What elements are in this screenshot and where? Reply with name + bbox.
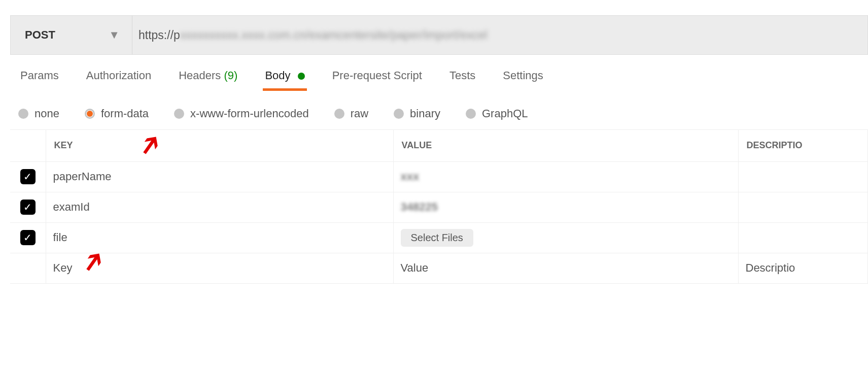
value-placeholder[interactable]: Value <box>393 253 738 283</box>
body-type-raw-label: raw <box>351 107 368 120</box>
url-blurred: xxxxxxxxxx.xxxx.com.cn/examcentersite/pa… <box>180 28 488 42</box>
table-header-checkbox <box>10 130 46 161</box>
description-cell[interactable] <box>738 192 868 222</box>
radio-icon <box>18 109 28 119</box>
body-type-none[interactable]: none <box>18 107 59 120</box>
body-type-selector: none form-data x-www-form-urlencoded raw… <box>18 107 868 120</box>
body-type-binary-label: binary <box>410 107 440 120</box>
tab-prerequest[interactable]: Pre-request Script <box>330 69 424 91</box>
table-header-value: VALUE <box>393 130 738 161</box>
value-blurred: xxx <box>401 170 420 183</box>
tab-headers[interactable]: Headers (9) <box>177 69 239 91</box>
table-row: ✓ examId 348225 <box>10 192 868 222</box>
body-type-graphql[interactable]: GraphQL <box>466 107 528 120</box>
request-bar: POST ▼ https://pxxxxxxxxxx.xxxx.com.cn/e… <box>10 15 868 55</box>
url-input[interactable]: https://pxxxxxxxxxx.xxxx.com.cn/examcent… <box>132 16 494 54</box>
value-cell[interactable]: Select Files <box>393 222 738 253</box>
tab-authorization[interactable]: Authorization <box>84 69 153 91</box>
row-checkbox[interactable]: ✓ <box>20 230 36 245</box>
description-cell[interactable] <box>738 222 868 253</box>
body-type-binary[interactable]: binary <box>394 107 440 120</box>
radio-icon <box>466 109 476 119</box>
body-active-indicator-icon <box>298 73 305 80</box>
table-row: ✓ file Select Files <box>10 222 868 253</box>
form-data-table: KEY VALUE DESCRIPTIO ✓ paperName xxx ✓ e… <box>10 130 868 284</box>
tab-headers-label: Headers <box>179 69 221 82</box>
body-type-none-label: none <box>34 107 59 120</box>
description-placeholder[interactable]: Descriptio <box>738 253 868 283</box>
tab-params[interactable]: Params <box>18 69 61 91</box>
url-prefix: https://p <box>138 28 180 42</box>
radio-icon <box>394 109 404 119</box>
value-cell[interactable]: xxx <box>393 161 738 192</box>
value-blurred: 348225 <box>401 201 438 213</box>
body-type-form-data-label: form-data <box>101 107 149 120</box>
table-row-empty: Key Value Descriptio <box>10 253 868 283</box>
table-header-key: KEY <box>46 130 393 161</box>
tab-body[interactable]: Body <box>263 69 306 91</box>
http-method-value: POST <box>25 28 55 42</box>
radio-icon <box>334 109 344 119</box>
headers-count: (9) <box>224 69 238 82</box>
body-type-urlencoded[interactable]: x-www-form-urlencoded <box>174 107 309 120</box>
description-cell[interactable] <box>738 161 868 192</box>
body-type-raw[interactable]: raw <box>334 107 368 120</box>
body-type-form-data[interactable]: form-data <box>85 107 149 120</box>
row-checkbox[interactable]: ✓ <box>20 200 36 215</box>
table-header-description: DESCRIPTIO <box>738 130 868 161</box>
tab-tests[interactable]: Tests <box>447 69 477 91</box>
radio-icon <box>174 109 184 119</box>
row-checkbox[interactable]: ✓ <box>20 169 36 184</box>
key-cell[interactable]: file <box>46 222 393 253</box>
chevron-down-icon: ▼ <box>109 28 120 42</box>
body-type-urlencoded-label: x-www-form-urlencoded <box>190 107 309 120</box>
request-tabs: Params Authorization Headers (9) Body Pr… <box>18 69 868 91</box>
empty-checkbox-cell <box>10 253 46 283</box>
value-cell[interactable]: 348225 <box>393 192 738 222</box>
radio-selected-icon <box>85 109 95 119</box>
key-cell[interactable]: paperName <box>46 161 393 192</box>
body-type-graphql-label: GraphQL <box>482 107 528 120</box>
http-method-dropdown[interactable]: POST ▼ <box>11 16 132 54</box>
tab-body-label: Body <box>265 69 290 82</box>
select-files-button[interactable]: Select Files <box>401 229 473 247</box>
tab-settings[interactable]: Settings <box>501 69 545 91</box>
key-cell[interactable]: examId <box>46 192 393 222</box>
table-row: ✓ paperName xxx <box>10 161 868 192</box>
